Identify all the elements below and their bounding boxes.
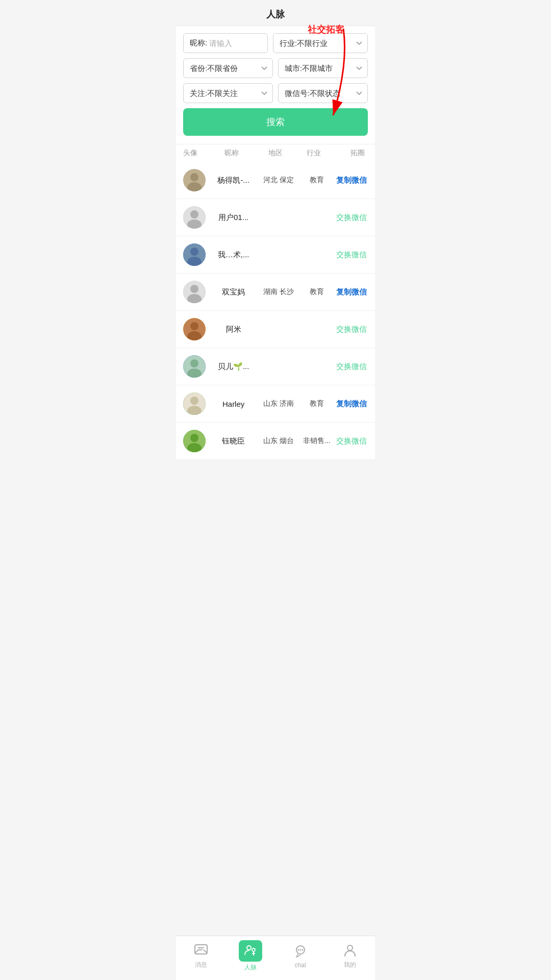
avatar-wrap	[183, 393, 211, 415]
user-name: 杨得凯-...	[211, 176, 256, 185]
user-action-wrap: 交换微信	[332, 362, 368, 372]
avatar-wrap	[183, 318, 211, 340]
svg-point-17	[190, 359, 198, 368]
svg-point-2	[190, 173, 198, 181]
avatar-wrap	[183, 430, 211, 452]
filter-section: 昵称: 行业:不限行业 省份:不限省份 城市:不限城市 关注:不限关注 微信号:…	[176, 26, 375, 144]
filter-row-3: 关注:不限关注 微信号:不限状态	[183, 83, 368, 103]
col-header-action: 拓圈	[330, 149, 368, 158]
exchange-wechat-button[interactable]: 交换微信	[336, 436, 367, 446]
filter-row-1: 昵称: 行业:不限行业	[183, 33, 368, 53]
search-button[interactable]: 搜索	[183, 108, 368, 136]
user-row: Harley山东 济南教育复制微信	[176, 385, 375, 423]
user-name: 我…术,...	[211, 250, 256, 260]
col-header-name: 昵称	[211, 149, 253, 158]
user-action-wrap: 交换微信	[332, 250, 368, 260]
table-header: 头像 昵称 地区 行业 拓圈	[176, 144, 375, 162]
svg-point-11	[190, 285, 198, 293]
avatar	[183, 430, 206, 452]
page-header: 人脉	[176, 0, 375, 26]
user-action-wrap: 交换微信	[332, 325, 368, 334]
user-name: Harley	[211, 400, 256, 408]
user-name: 阿米	[211, 325, 256, 334]
user-region: 湖南 长沙	[256, 287, 301, 297]
user-region: 河北 保定	[256, 176, 301, 185]
avatar	[183, 393, 206, 415]
avatar	[183, 206, 206, 229]
avatar-wrap	[183, 355, 211, 378]
exchange-wechat-button[interactable]: 交换微信	[336, 325, 367, 334]
exchange-wechat-button[interactable]: 交换微信	[336, 362, 367, 372]
col-header-avatar: 头像	[183, 149, 211, 158]
user-row: 杨得凯-...河北 保定教育复制微信	[176, 162, 375, 199]
copy-wechat-button[interactable]: 复制微信	[336, 399, 367, 409]
svg-point-23	[190, 434, 198, 442]
follow-select[interactable]: 关注:不限关注	[183, 83, 273, 103]
user-action-wrap: 复制微信	[332, 176, 368, 185]
avatar-wrap	[183, 206, 211, 229]
filter-row-2: 省份:不限省份 城市:不限城市	[183, 58, 368, 78]
exchange-wechat-button[interactable]: 交换微信	[336, 213, 367, 223]
user-action-wrap: 交换微信	[332, 436, 368, 446]
nickname-prefix: 昵称:	[184, 38, 209, 48]
user-region: 山东 济南	[256, 399, 301, 408]
user-industry: 非销售...	[301, 436, 332, 446]
svg-point-5	[190, 210, 198, 218]
user-name: 双宝妈	[211, 287, 256, 297]
avatar-wrap	[183, 281, 211, 303]
nickname-input[interactable]	[209, 34, 268, 53]
avatar-wrap	[183, 169, 211, 191]
user-industry: 教育	[301, 287, 332, 297]
user-action-wrap: 复制微信	[332, 399, 368, 409]
user-row: 钰晓臣山东 烟台非销售...交换微信	[176, 423, 375, 460]
avatar	[183, 281, 206, 303]
user-name: 钰晓臣	[211, 436, 256, 446]
avatar	[183, 243, 206, 266]
svg-point-14	[190, 322, 198, 330]
svg-point-8	[190, 248, 198, 256]
user-name: 贝儿🌱...	[211, 362, 256, 372]
col-header-industry: 行业	[298, 149, 330, 158]
wechat-select[interactable]: 微信号:不限状态	[278, 83, 368, 103]
avatar	[183, 355, 206, 378]
col-header-region: 地区	[253, 149, 298, 158]
exchange-wechat-button[interactable]: 交换微信	[336, 250, 367, 260]
user-row: 我…术,...交换微信	[176, 236, 375, 274]
user-industry: 教育	[301, 176, 332, 185]
avatar-wrap	[183, 243, 211, 266]
avatar	[183, 169, 206, 191]
user-industry: 教育	[301, 399, 332, 408]
user-row: 用户01...交换微信	[176, 199, 375, 236]
user-list: 杨得凯-...河北 保定教育复制微信用户01...交换微信我…术,...交换微信…	[176, 162, 375, 460]
page-title: 人脉	[266, 9, 285, 19]
user-row: 阿米交换微信	[176, 311, 375, 348]
copy-wechat-button[interactable]: 复制微信	[336, 176, 367, 185]
user-row: 双宝妈湖南 长沙教育复制微信	[176, 274, 375, 311]
user-action-wrap: 交换微信	[332, 213, 368, 223]
user-name: 用户01...	[211, 213, 256, 223]
province-select[interactable]: 省份:不限省份	[183, 58, 273, 78]
nickname-input-wrapper: 昵称:	[183, 33, 268, 53]
svg-point-20	[190, 397, 198, 405]
city-select[interactable]: 城市:不限城市	[278, 58, 368, 78]
user-row: 贝儿🌱...交换微信	[176, 348, 375, 385]
copy-wechat-button[interactable]: 复制微信	[336, 287, 367, 297]
industry-select[interactable]: 行业:不限行业	[273, 33, 368, 53]
user-region: 山东 烟台	[256, 436, 301, 446]
avatar	[183, 318, 206, 340]
user-action-wrap: 复制微信	[332, 287, 368, 297]
